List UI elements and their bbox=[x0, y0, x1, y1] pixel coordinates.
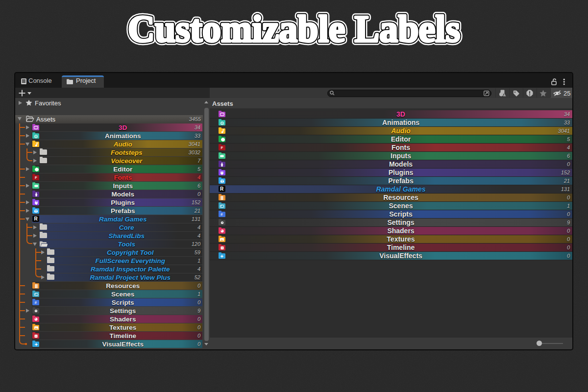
svg-text:Customizable Labels: Customizable Labels bbox=[128, 7, 460, 50]
